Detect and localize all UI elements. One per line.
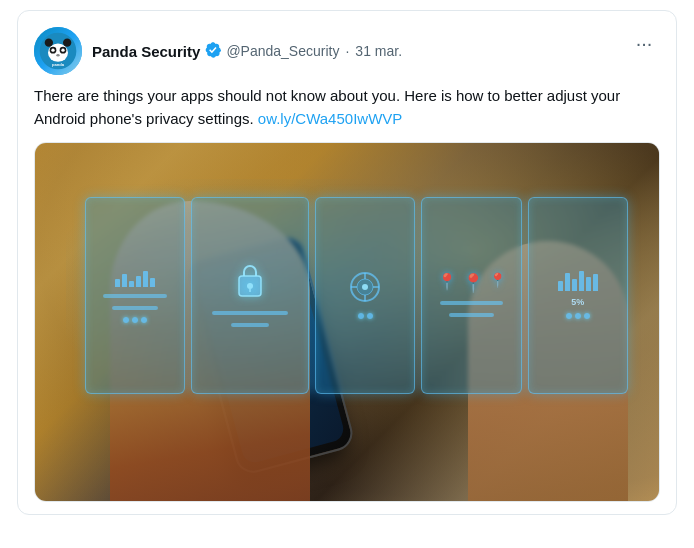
panda-logo-icon: panda — [38, 31, 78, 71]
holo-card-lock — [191, 197, 309, 394]
holo-dot-row-2 — [358, 313, 373, 319]
dot-separator: · — [345, 43, 349, 59]
svg-point-2 — [45, 39, 53, 47]
holo-dot-1 — [123, 317, 129, 323]
location-pins: 📍 📍 📍 — [437, 272, 506, 294]
mini-chart-2 — [558, 271, 598, 291]
account-name-row: Panda Security @Panda_Security · 31 mar. — [92, 41, 402, 62]
pbar-5 — [586, 277, 591, 291]
svg-point-3 — [63, 39, 71, 47]
bar-3 — [129, 281, 134, 287]
pbar-6 — [593, 274, 598, 291]
holo-bar-lock-2 — [231, 323, 269, 327]
bar-5 — [143, 271, 148, 287]
pbar-4 — [579, 271, 584, 291]
mini-chart-icon — [115, 267, 155, 287]
holo-dot-b — [367, 313, 373, 319]
location-pin-3: 📍 — [489, 272, 506, 294]
bar-6 — [150, 278, 155, 287]
holo-dot-d — [575, 313, 581, 319]
bar-2 — [122, 274, 127, 287]
holo-dot-row-3 — [566, 313, 590, 319]
holo-ui-overlay: 📍 📍 📍 — [85, 197, 628, 394]
pbar-2 — [565, 273, 570, 291]
tweet-date: 31 mar. — [355, 43, 402, 59]
avatar[interactable]: panda — [34, 27, 82, 75]
tweet-link[interactable]: ow.ly/CWa450IwWVP — [258, 110, 403, 127]
lock-icon — [235, 262, 265, 304]
holo-dot-c — [566, 313, 572, 319]
account-info: Panda Security @Panda_Security · 31 mar. — [92, 41, 402, 62]
bar-1 — [115, 279, 120, 287]
svg-point-8 — [56, 54, 59, 57]
pbar-3 — [572, 279, 577, 291]
tweet-card: panda Panda Security @Panda_Security · 3… — [17, 10, 677, 515]
holo-card-stats — [85, 197, 185, 394]
account-handle[interactable]: @Panda_Security — [226, 43, 339, 59]
holo-dot-a — [358, 313, 364, 319]
holo-dot-row — [123, 317, 147, 323]
tweet-header-left: panda Panda Security @Panda_Security · 3… — [34, 27, 402, 75]
location-pin-1: 📍 — [437, 272, 457, 294]
more-options-button[interactable]: ··· — [628, 27, 660, 59]
location-pin-2: 📍 — [462, 272, 484, 294]
tweet-header: panda Panda Security @Panda_Security · 3… — [34, 27, 660, 75]
circle-ui-icon — [349, 271, 381, 307]
holo-card-percentage: 5% — [528, 197, 628, 394]
tweet-image-container[interactable]: 📍 📍 📍 — [34, 142, 660, 502]
pbar-1 — [558, 281, 563, 291]
account-name[interactable]: Panda Security — [92, 43, 200, 60]
svg-point-6 — [51, 49, 54, 52]
holo-dot-3 — [141, 317, 147, 323]
svg-text:panda: panda — [52, 62, 65, 67]
tweet-image: 📍 📍 📍 — [35, 143, 659, 501]
holo-card-circle — [315, 197, 415, 394]
verified-badge-icon — [204, 41, 222, 62]
svg-point-15 — [362, 284, 368, 290]
holo-dot-e — [584, 313, 590, 319]
svg-point-11 — [247, 283, 253, 289]
holo-bar-lock-1 — [212, 311, 288, 315]
holo-dot-2 — [132, 317, 138, 323]
holo-bar-loc-1 — [440, 301, 503, 305]
percentage-label: 5% — [571, 297, 584, 307]
holo-bar-2 — [112, 306, 157, 310]
holo-bar-loc-2 — [449, 313, 494, 317]
bar-4 — [136, 276, 141, 287]
tweet-body: There are things your apps should not kn… — [34, 85, 660, 130]
holo-bar-1 — [103, 294, 166, 298]
avatar-inner: panda — [34, 27, 82, 75]
holo-card-location: 📍 📍 📍 — [421, 197, 521, 394]
svg-point-7 — [61, 49, 64, 52]
